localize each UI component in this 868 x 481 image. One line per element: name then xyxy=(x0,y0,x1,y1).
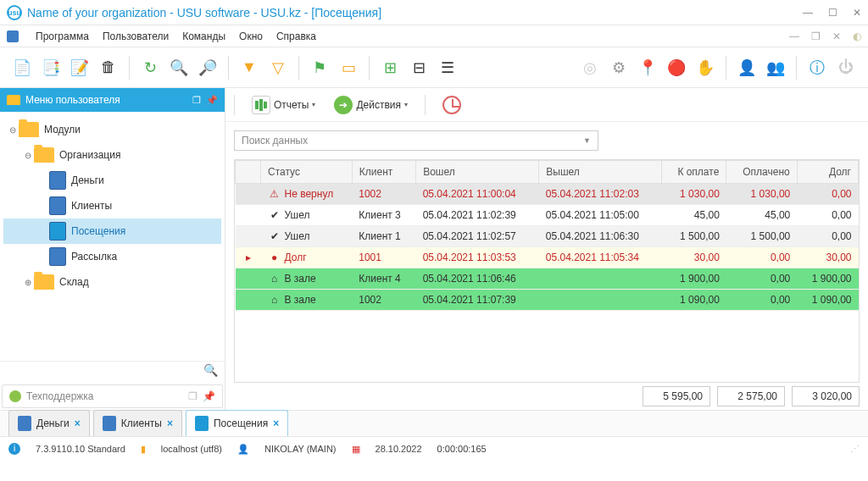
minimize-button[interactable]: — xyxy=(803,7,813,19)
folder-icon xyxy=(7,95,20,105)
db-icon: ▮ xyxy=(141,444,146,455)
node-modules[interactable]: ⊖ Модули xyxy=(3,117,221,142)
book-icon xyxy=(49,171,66,190)
node-organization[interactable]: ⊖ Организация xyxy=(3,142,221,168)
tree-expand-icon[interactable]: ⊞ xyxy=(378,56,402,80)
chevron-down-icon: ▾ xyxy=(404,101,408,108)
status-host: localhost (utf8) xyxy=(161,444,222,454)
refresh-icon[interactable]: ↻ xyxy=(138,56,162,80)
mdi-minimize-button[interactable]: — xyxy=(789,30,799,42)
clock-icon xyxy=(442,96,461,114)
node-money[interactable]: Деньги xyxy=(3,168,221,193)
status-version: 7.3.9110.10 Standard xyxy=(36,444,125,454)
sidebar-dock-icon[interactable]: ❐ xyxy=(192,95,201,106)
col-in[interactable]: Вошел xyxy=(416,161,539,184)
table-row[interactable]: ⚠Не вернул100205.04.2021 11:00:0405.04.2… xyxy=(236,184,859,205)
copy-doc-icon[interactable]: 📑 xyxy=(39,56,63,80)
grid-header-row[interactable]: Статус Клиент Вошел Вышел К оплате Оплач… xyxy=(236,161,859,184)
tree-icon[interactable]: ☰ xyxy=(436,56,459,80)
folder-icon xyxy=(34,147,54,163)
sidebar-header: Меню пользователя ❐ 📌 xyxy=(0,88,225,112)
support-dock-icon[interactable]: ❐ xyxy=(188,390,198,402)
user-status-icon: 👤 xyxy=(237,444,249,455)
col-paid[interactable]: Оплачено xyxy=(726,161,797,184)
reports-button[interactable]: Отчеты ▾ xyxy=(245,92,322,118)
users-icon[interactable]: 👥 xyxy=(764,56,787,80)
edit-doc-icon[interactable]: 📝 xyxy=(68,56,92,80)
gear-icon[interactable]: ⚙ xyxy=(607,56,631,80)
totals-row: 5 595,00 2 575,00 3 020,00 xyxy=(225,383,868,410)
book-icon xyxy=(49,196,66,215)
search2-icon[interactable]: 🔎 xyxy=(196,56,220,80)
support-pin-icon[interactable]: 📌 xyxy=(203,390,215,402)
tab-close-icon[interactable]: × xyxy=(273,417,279,429)
maximize-button[interactable]: ☐ xyxy=(828,7,837,19)
hand-icon[interactable]: ✋ xyxy=(693,56,717,80)
collapse-icon[interactable]: ⊖ xyxy=(22,151,34,160)
col-client[interactable]: Клиент xyxy=(352,161,415,184)
close-button[interactable]: ✕ xyxy=(853,7,861,19)
info-status-icon: i xyxy=(8,443,20,455)
search-input[interactable]: Поиск данных ▼ xyxy=(234,130,598,151)
total-topay: 5 595,00 xyxy=(643,386,710,406)
status-time: 0:00:00:165 xyxy=(437,444,487,454)
tab-Деньги[interactable]: Деньги× xyxy=(8,410,90,436)
target-icon[interactable]: ◎ xyxy=(578,56,602,80)
user1-icon[interactable]: 👤 xyxy=(735,56,759,80)
info-icon[interactable]: ⓘ xyxy=(805,56,829,80)
filter-clear-icon[interactable]: ▽ xyxy=(266,56,290,80)
col-out[interactable]: Вышел xyxy=(539,161,662,184)
book-icon xyxy=(18,416,31,431)
table-row[interactable]: ✔УшелКлиент 305.04.2021 11:02:3905.04.20… xyxy=(236,205,859,226)
sidebar-pin-icon[interactable]: 📌 xyxy=(206,95,218,106)
mdi-restore-button[interactable]: ❐ xyxy=(811,30,821,42)
tab-close-icon[interactable]: × xyxy=(75,417,81,429)
window-title: Name of your organization - USU software… xyxy=(27,6,381,19)
menu-commands[interactable]: Команды xyxy=(182,30,225,42)
filter-icon[interactable]: ▼ xyxy=(237,56,261,80)
node-warehouse[interactable]: ⊕ Склад xyxy=(3,269,221,295)
tree-search-icon[interactable]: 🔍 xyxy=(203,363,218,381)
table-row[interactable]: ⌂В зале100205.04.2021 11:07:391 090,000,… xyxy=(236,290,859,311)
tree-collapse-icon[interactable]: ⊟ xyxy=(407,56,431,80)
menu-users[interactable]: Пользователи xyxy=(103,30,169,42)
menu-program[interactable]: Программа xyxy=(36,30,89,42)
image-icon[interactable]: ▭ xyxy=(337,56,360,80)
delete-doc-icon[interactable]: 🗑 xyxy=(97,56,120,80)
flag-icon[interactable]: ⚑ xyxy=(308,56,331,80)
mdi-help-button[interactable]: ◐ xyxy=(853,30,861,42)
table-row[interactable]: ⌂В залеКлиент 405.04.2021 11:06:461 900,… xyxy=(236,268,859,290)
tab-Посещения[interactable]: Посещения× xyxy=(186,410,288,436)
visits-grid[interactable]: Статус Клиент Вошел Вышел К оплате Оплач… xyxy=(234,159,860,383)
folder-icon xyxy=(19,122,39,137)
node-clients[interactable]: Клиенты xyxy=(3,193,221,218)
col-topay[interactable]: К оплате xyxy=(662,161,726,184)
table-row[interactable]: ✔УшелКлиент 105.04.2021 11:02:5705.04.20… xyxy=(236,226,859,247)
col-debt[interactable]: Долг xyxy=(797,161,858,184)
expand-icon[interactable]: ⊕ xyxy=(22,278,34,287)
clock-button[interactable] xyxy=(436,92,468,118)
zoom-icon[interactable]: 🔍 xyxy=(167,56,191,80)
mdi-close-button[interactable]: ✕ xyxy=(832,30,841,42)
node-visits[interactable]: Посещения xyxy=(3,218,221,244)
tab-Клиенты[interactable]: Клиенты× xyxy=(93,410,182,436)
power-icon[interactable]: ⏻ xyxy=(834,56,858,80)
support-panel-header[interactable]: Техподдержка ❐ 📌 xyxy=(2,384,223,408)
new-doc-icon[interactable]: 📄 xyxy=(10,56,34,80)
menu-window[interactable]: Окно xyxy=(239,30,263,42)
book-icon xyxy=(103,416,116,431)
chevron-down-icon: ▾ xyxy=(312,101,315,108)
menu-help[interactable]: Справка xyxy=(276,30,316,42)
node-mailing[interactable]: Рассылка xyxy=(3,244,221,269)
col-status[interactable]: Статус xyxy=(261,161,353,184)
book-icon xyxy=(195,416,209,431)
resize-grip-icon[interactable]: ⋰ xyxy=(850,444,860,455)
collapse-icon[interactable]: ⊖ xyxy=(7,125,19,135)
tab-close-icon[interactable]: × xyxy=(167,417,173,429)
table-row[interactable]: ▸●Долг100105.04.2021 11:03:5305.04.2021 … xyxy=(236,247,859,268)
pin-icon[interactable]: 📍 xyxy=(636,56,659,80)
color-icon[interactable]: 🔴 xyxy=(665,56,688,80)
status-user: NIKOLAY (MAIN) xyxy=(264,444,337,454)
actions-button[interactable]: ➔ Действия ▾ xyxy=(327,92,415,118)
support-user-icon xyxy=(9,390,21,402)
